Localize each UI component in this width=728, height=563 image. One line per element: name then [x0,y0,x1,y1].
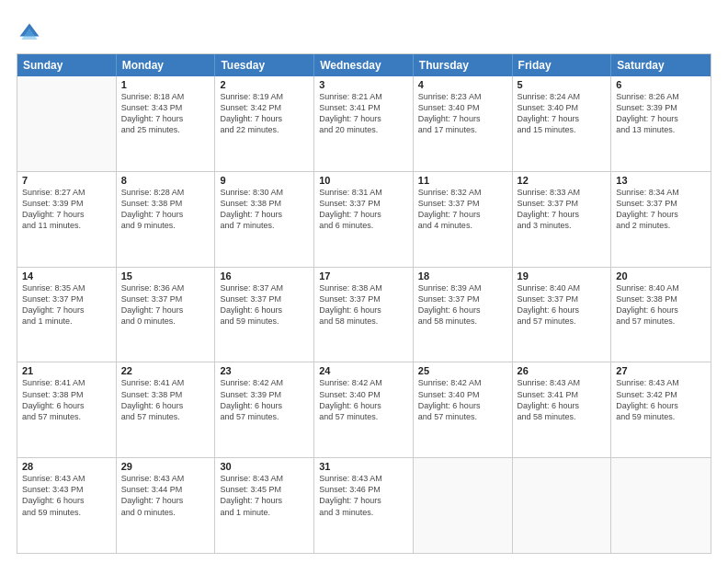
cell-info-line: Daylight: 7 hours [319,113,408,124]
header-day-sunday: Sunday [17,54,117,76]
day-cell-15: 15Sunrise: 8:36 AMSunset: 3:37 PMDayligh… [117,268,216,362]
cell-info-line: Daylight: 7 hours [616,209,706,220]
day-number: 30 [220,461,309,472]
calendar-row-4: 21Sunrise: 8:41 AMSunset: 3:38 PMDayligh… [17,362,711,457]
day-number: 15 [121,270,210,282]
day-cell-10: 10Sunrise: 8:31 AMSunset: 3:37 PMDayligh… [314,172,414,267]
day-number: 7 [22,175,111,186]
day-number: 16 [220,270,309,282]
day-cell-26: 26Sunrise: 8:43 AMSunset: 3:41 PMDayligh… [513,362,612,457]
calendar-row-3: 14Sunrise: 8:35 AMSunset: 3:37 PMDayligh… [17,267,711,362]
cell-info-line: Sunrise: 8:42 AM [319,377,408,388]
cell-info-line: and 57 minutes. [616,316,706,327]
cell-info-line: and 15 minutes. [518,124,607,135]
cell-info-line: Daylight: 7 hours [121,495,210,506]
logo [17,20,46,46]
day-cell-23: 23Sunrise: 8:42 AMSunset: 3:39 PMDayligh… [215,362,314,457]
cell-info-line: Sunrise: 8:30 AM [220,187,309,198]
day-cell-25: 25Sunrise: 8:42 AMSunset: 3:40 PMDayligh… [414,362,513,457]
cell-info-line: Sunset: 3:38 PM [121,198,210,209]
cell-info-line: Sunset: 3:38 PM [121,389,210,400]
day-cell-31: 31Sunrise: 8:43 AMSunset: 3:46 PMDayligh… [314,458,414,553]
calendar-row-5: 28Sunrise: 8:43 AMSunset: 3:43 PMDayligh… [17,457,711,553]
cell-info-line: Daylight: 6 hours [616,304,706,316]
cell-info-line: and 57 minutes. [518,316,607,327]
cell-info-line: and 57 minutes. [418,411,507,422]
day-cell-19: 19Sunrise: 8:40 AMSunset: 3:37 PMDayligh… [513,268,612,362]
cell-info-line: and 57 minutes. [121,411,210,422]
cell-info-line: and 57 minutes. [319,411,408,422]
cell-info-line: and 11 minutes. [22,220,111,231]
header [17,17,711,46]
day-cell-20: 20Sunrise: 8:40 AMSunset: 3:38 PMDayligh… [611,268,711,362]
cell-info-line: Sunrise: 8:42 AM [418,377,507,388]
cell-info-line: and 59 minutes. [22,507,111,518]
header-day-saturday: Saturday [611,54,711,76]
day-number: 25 [418,365,507,376]
cell-info-line: and 59 minutes. [220,316,309,327]
cell-info-line: Daylight: 6 hours [220,400,309,411]
cell-info-line: Daylight: 7 hours [220,209,309,220]
cell-info-line: Sunrise: 8:43 AM [319,473,408,484]
cell-info-line: Sunrise: 8:23 AM [418,91,507,102]
calendar-row-2: 7Sunrise: 8:27 AMSunset: 3:39 PMDaylight… [17,171,711,267]
cell-info-line: Daylight: 6 hours [418,400,507,411]
cell-info-line: Sunset: 3:44 PM [121,484,210,495]
cell-info-line: Daylight: 6 hours [22,400,111,411]
day-number: 26 [518,365,607,376]
day-number: 31 [319,461,408,472]
cell-info-line: and 13 minutes. [616,124,706,135]
day-number: 5 [518,79,607,90]
cell-info-line: and 9 minutes. [121,220,210,231]
cell-info-line: Sunrise: 8:43 AM [22,473,111,484]
cell-info-line: and 59 minutes. [616,411,706,422]
cell-info-line: Sunset: 3:45 PM [220,484,309,495]
cell-info-line: Sunset: 3:42 PM [220,102,309,113]
day-number: 27 [616,365,706,376]
cell-info-line: Sunrise: 8:41 AM [121,377,210,388]
cell-info-line: Sunrise: 8:27 AM [22,187,111,198]
cell-info-line: and 58 minutes. [319,316,408,327]
cell-info-line: and 0 minutes. [121,316,210,327]
cell-info-line: Sunset: 3:37 PM [319,198,408,209]
cell-info-line: Sunset: 3:43 PM [22,484,111,495]
day-cell-30: 30Sunrise: 8:43 AMSunset: 3:45 PMDayligh… [215,458,314,553]
cell-info-line: Sunset: 3:40 PM [418,389,507,400]
cell-info-line: Sunrise: 8:40 AM [616,282,706,293]
cell-info-line: Sunrise: 8:42 AM [220,377,309,388]
cell-info-line: Sunset: 3:41 PM [319,102,408,113]
cell-info-line: Sunset: 3:42 PM [616,389,706,400]
cell-info-line: and 7 minutes. [220,220,309,231]
calendar-body: 1Sunrise: 8:18 AMSunset: 3:43 PMDaylight… [17,76,711,553]
cell-info-line: Daylight: 7 hours [518,113,607,124]
cell-info-line: and 3 minutes. [319,507,408,518]
cell-info-line: Sunset: 3:37 PM [518,198,607,209]
day-number: 14 [22,270,111,282]
day-cell-11: 11Sunrise: 8:32 AMSunset: 3:37 PMDayligh… [414,172,513,267]
cell-info-line: and 17 minutes. [418,124,507,135]
cell-info-line: Sunrise: 8:43 AM [616,377,706,388]
empty-cell-r4c6 [611,458,711,553]
day-number: 19 [518,270,607,282]
cell-info-line: Sunrise: 8:35 AM [22,282,111,293]
day-number: 13 [616,175,706,186]
cell-info-line: Daylight: 7 hours [220,495,309,506]
cell-info-line: Sunset: 3:43 PM [121,102,210,113]
cell-info-line: Sunset: 3:38 PM [616,293,706,304]
cell-info-line: Sunset: 3:41 PM [518,389,607,400]
cell-info-line: Sunrise: 8:38 AM [319,282,408,293]
cell-info-line: Daylight: 6 hours [319,304,408,316]
cell-info-line: Sunrise: 8:28 AM [121,187,210,198]
day-number: 2 [220,79,309,90]
day-number: 29 [121,461,210,472]
cell-info-line: Daylight: 7 hours [616,113,706,124]
day-number: 9 [220,175,309,186]
cell-info-line: Sunset: 3:38 PM [22,389,111,400]
cell-info-line: and 58 minutes. [418,316,507,327]
day-cell-12: 12Sunrise: 8:33 AMSunset: 3:37 PMDayligh… [513,172,612,267]
day-number: 23 [220,365,309,376]
cell-info-line: Daylight: 6 hours [22,495,111,506]
cell-info-line: Sunset: 3:39 PM [22,198,111,209]
day-number: 3 [319,79,408,90]
empty-cell-r4c5 [513,458,612,553]
